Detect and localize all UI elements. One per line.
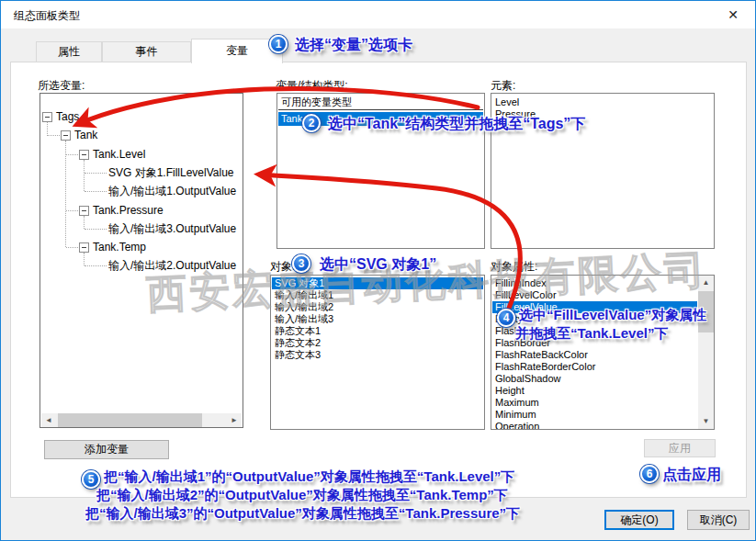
type-list-header: 可用的变量类型 xyxy=(278,96,483,110)
tab-events[interactable]: 事件 xyxy=(102,41,191,62)
prop-list: FillingIndex FillLevelColor FillLevelVal… xyxy=(491,275,715,430)
tree-item-io3-outputvalue[interactable]: 输入/输出域3.OutputValue xyxy=(40,222,243,236)
callout-5-text-line1: 把“输入/输出域1”的“OutputValue”对象属性拖拽至“Tank.Lev… xyxy=(104,468,514,486)
dialog-window: 组态面板类型 ✕ 属性 事件 变量 所选变量: 变量/结构类型: 元素: 对象:… xyxy=(0,0,756,541)
type-list-label: 变量/结构类型: xyxy=(276,78,348,94)
prop-list-item[interactable]: FillingIndex xyxy=(492,277,697,289)
tree-connector xyxy=(66,247,78,248)
tree-item-tank[interactable]: Tank xyxy=(40,129,243,142)
prop-list-item[interactable]: Minimum xyxy=(492,409,697,421)
add-variable-button[interactable]: 添加变量 xyxy=(44,440,169,459)
ok-button[interactable]: 确定(O) xyxy=(604,510,674,530)
tree-item-label: Tank.Pressure xyxy=(93,204,164,218)
tree-item-label: SVG 对象1.FillLevelValue xyxy=(108,166,234,180)
tree-item-label: Tank.Level xyxy=(93,148,145,162)
callout-5-text-line3: 把“输入/输出域3”的“OutputValue”对象属性拖拽至“Tank.Pre… xyxy=(85,505,520,523)
object-list: SVG 对象1 输入/输出域1 输入/输出域2 输入/输出域3 静态文本1 静态… xyxy=(270,275,485,430)
tree-item-svg-filllevelvalue[interactable]: SVG 对象1.FillLevelValue xyxy=(40,166,243,180)
collapse-icon[interactable] xyxy=(79,150,89,160)
selected-vars-label: 所选变量: xyxy=(38,78,85,94)
callout-4-badge: 4 xyxy=(497,309,515,327)
scroll-right-icon[interactable]: ► xyxy=(227,413,242,428)
tree-item-io1-outputvalue[interactable]: 输入/输出域1.OutputValue xyxy=(40,185,243,198)
collapse-icon[interactable] xyxy=(42,112,52,122)
prop-list-item[interactable]: Height xyxy=(492,385,697,397)
collapse-icon[interactable] xyxy=(79,206,89,216)
tree-item-label: 输入/输出域2.OutputValue xyxy=(108,259,236,273)
tree-connector xyxy=(84,216,85,229)
callout-6-text: 点击应用 xyxy=(662,466,721,485)
element-list-label: 元素: xyxy=(491,78,515,94)
tree-item-io2-outputvalue[interactable]: 输入/输出域2.OutputValue xyxy=(40,259,243,273)
cancel-button[interactable]: 取消(C) xyxy=(687,510,750,530)
tree-item-label: Tank xyxy=(74,129,97,142)
close-icon[interactable]: ✕ xyxy=(720,5,746,25)
tree-connector xyxy=(47,122,48,136)
tree-item-label: 输入/输出域1.OutputValue xyxy=(108,185,236,198)
tree-connector xyxy=(84,253,85,265)
prop-list-label: 对象属性: xyxy=(491,259,537,275)
element-list-item[interactable]: Level xyxy=(492,96,713,108)
tree-connector xyxy=(65,141,66,247)
callout-5-badge: 5 xyxy=(82,470,100,489)
tree-connector xyxy=(66,210,78,211)
callout-5-text-line2: 把“输入/输出域2”的“OutputValue”对象属性拖拽至“Tank.Tem… xyxy=(96,487,508,504)
selected-vars-tree: Tags Tank Tank.Level SVG 对象1.FillLevelVa… xyxy=(39,93,243,428)
callout-3-badge: 3 xyxy=(292,254,310,273)
callout-1-text: 选择“变量”选项卡 xyxy=(295,36,412,55)
tree-connector xyxy=(85,191,107,192)
callout-3-text: 选中“SVG 对象1” xyxy=(320,255,436,275)
prop-list-scrollbar[interactable]: ▲ ▼ xyxy=(698,276,714,429)
collapse-icon[interactable] xyxy=(79,242,89,253)
tree-item-label: 输入/输出域3.OutputValue xyxy=(108,222,236,236)
scroll-up-icon[interactable]: ▲ xyxy=(698,276,714,290)
prop-list-item[interactable]: FlashRateBackColor xyxy=(492,349,697,361)
prop-list-item[interactable]: FlashRateBorderColor xyxy=(492,361,697,373)
prop-list-item[interactable]: FillLevelColor xyxy=(492,289,697,301)
tree-connector xyxy=(85,229,107,230)
scrollbar-thumb[interactable] xyxy=(58,413,202,428)
callout-4-text-line2: 并拖拽至“Tank.Level”下 xyxy=(515,325,668,343)
tree-item-tags[interactable]: Tags xyxy=(40,110,243,124)
callout-2-text: 选中“Tank”结构类型并拖拽至“Tags”下 xyxy=(328,115,585,134)
object-list-item[interactable]: 输入/输出域3 xyxy=(272,313,483,325)
title-bar: 组态面板类型 ✕ xyxy=(1,1,755,28)
callout-4-text-line1: 选中“FillLevelValue”对象属性 xyxy=(519,307,706,324)
callout-1-badge: 1 xyxy=(269,35,288,53)
scroll-left-icon[interactable]: ◄ xyxy=(41,413,56,428)
object-list-item[interactable]: 静态文本2 xyxy=(272,337,483,349)
tree-connector xyxy=(66,154,78,155)
callout-2-badge: 2 xyxy=(302,114,321,132)
collapse-icon[interactable] xyxy=(61,130,71,141)
tree-item-label: Tags xyxy=(56,110,79,124)
tree-connector xyxy=(85,265,107,266)
prop-list-item[interactable]: Operation xyxy=(492,421,697,430)
object-list-item[interactable]: 静态文本1 xyxy=(272,325,483,337)
callout-6-badge: 6 xyxy=(640,465,659,483)
tree-connector xyxy=(85,173,107,174)
object-list-item[interactable]: SVG 对象1 xyxy=(272,277,483,289)
prop-list-item[interactable]: GlobalShadow xyxy=(492,373,697,385)
object-list-item[interactable]: 输入/输出域1 xyxy=(272,289,483,301)
apply-button[interactable]: 应用 xyxy=(644,439,716,457)
tree-connector xyxy=(48,135,60,136)
dialog-title: 组态面板类型 xyxy=(14,8,80,24)
tree-horizontal-scrollbar[interactable]: ◄ ► xyxy=(41,413,242,428)
tree-connector xyxy=(84,160,85,191)
object-list-item[interactable]: 输入/输出域2 xyxy=(272,301,483,313)
tab-properties[interactable]: 属性 xyxy=(36,41,102,62)
prop-list-item[interactable]: Maximum xyxy=(492,397,697,409)
object-list-item[interactable]: 静态文本3 xyxy=(272,349,483,361)
scroll-down-icon[interactable]: ▼ xyxy=(698,414,714,429)
tree-item-label: Tank.Temp xyxy=(93,241,146,254)
